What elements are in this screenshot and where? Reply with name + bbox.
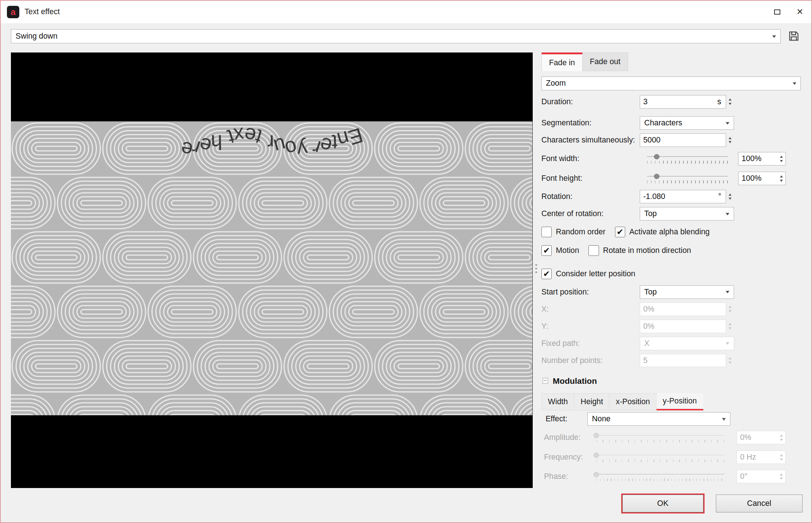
app-logo-glyph: a xyxy=(11,7,15,17)
font-height-spinner[interactable] xyxy=(778,172,785,185)
rotation-box[interactable]: -1.080 ° xyxy=(640,190,726,203)
center-of-rotation-combo[interactable]: Top xyxy=(640,207,734,220)
app-icon: a xyxy=(7,6,19,18)
rotation-input[interactable]: -1.080 ° xyxy=(640,190,734,203)
font-width-input[interactable]: 100% xyxy=(738,152,786,165)
rotation-value: -1.080 xyxy=(643,192,665,201)
spin-up-icon[interactable] xyxy=(780,175,783,177)
modulation-effect-value: None xyxy=(592,414,611,424)
effect-type-combo[interactable]: Zoom xyxy=(541,77,801,90)
font-width-label: Font width: xyxy=(541,152,579,165)
number-of-points-input: 5 xyxy=(640,354,734,367)
random-order-checkbox[interactable] xyxy=(541,227,552,237)
phase-box: 0° xyxy=(737,470,778,483)
tab-height[interactable]: Height xyxy=(574,393,610,410)
preview-pane: ereh txet ruoy retnE xyxy=(11,52,532,488)
font-width-box[interactable]: 100% xyxy=(738,152,778,165)
motion-label: Motion xyxy=(556,246,579,255)
slider-thumb[interactable] xyxy=(654,174,659,179)
preview-sample-text: ereh txet ruoy retnE xyxy=(11,130,532,154)
x-label: X: xyxy=(541,303,549,316)
spin-down-icon xyxy=(780,477,783,480)
chevron-down-icon xyxy=(722,418,726,421)
frequency-label: Frequency: xyxy=(544,450,583,464)
chevron-down-icon xyxy=(793,82,796,85)
modulation-collapse-icon[interactable] xyxy=(543,378,548,384)
font-height-value: 100% xyxy=(742,174,762,183)
slider-ticks xyxy=(596,460,724,462)
window-title: Text effect xyxy=(24,7,60,16)
phase-spinner xyxy=(778,470,785,483)
save-button[interactable] xyxy=(786,29,802,44)
duration-box[interactable]: 3 s xyxy=(640,95,726,109)
chars-simultaneously-box[interactable]: 5000 xyxy=(640,133,726,147)
close-button[interactable]: ✕ xyxy=(788,1,811,24)
slider-thumb xyxy=(594,472,599,477)
frequency-box: 0 Hz xyxy=(737,451,778,464)
close-icon: ✕ xyxy=(796,7,803,17)
duration-input[interactable]: 3 s xyxy=(640,95,734,109)
cancel-button[interactable]: Cancel xyxy=(716,495,803,512)
phase-slider xyxy=(596,471,724,481)
effect-type-value: Zoom xyxy=(546,79,566,88)
consider-letter-position-checkbox[interactable]: ✔ xyxy=(541,269,552,279)
font-height-box[interactable]: 100% xyxy=(738,172,778,185)
spin-up-icon xyxy=(729,323,732,325)
font-height-slider[interactable] xyxy=(647,173,728,184)
fixed-path-combo: X xyxy=(640,337,734,350)
chevron-down-icon xyxy=(772,35,776,38)
font-height-input[interactable]: 100% xyxy=(738,172,786,185)
spin-up-icon[interactable] xyxy=(729,137,732,139)
chars-simultaneously-input[interactable]: 5000 xyxy=(640,133,734,147)
frequency-spinner xyxy=(778,451,785,464)
preset-combo[interactable]: Swing down xyxy=(11,29,780,43)
maximize-button[interactable] xyxy=(766,1,789,24)
font-width-slider[interactable] xyxy=(647,154,728,164)
duration-spinner[interactable] xyxy=(726,95,734,109)
y-label: Y: xyxy=(541,320,548,333)
rotation-spinner[interactable] xyxy=(726,190,734,203)
x-spinner xyxy=(726,303,734,316)
segmentation-combo[interactable]: Characters xyxy=(640,116,734,130)
ok-button[interactable]: OK xyxy=(622,495,703,512)
spin-down-icon[interactable] xyxy=(780,160,783,162)
number-of-points-box: 5 xyxy=(640,354,726,367)
slider-ticks xyxy=(647,180,728,183)
fixed-path-value: X xyxy=(644,339,649,348)
floppy-icon xyxy=(788,30,800,42)
tab-width[interactable]: Width xyxy=(541,393,575,410)
alpha-blending-checkbox[interactable]: ✔ xyxy=(615,227,625,237)
segmentation-value: Characters xyxy=(644,118,682,128)
spin-down-icon xyxy=(780,439,783,441)
rotate-in-motion-direction-checkbox[interactable] xyxy=(588,245,599,255)
modulation-effect-combo[interactable]: None xyxy=(587,412,730,426)
number-of-points-label: Number of points: xyxy=(541,354,603,367)
spin-down-icon[interactable] xyxy=(729,103,732,105)
motion-checkbox[interactable]: ✔ xyxy=(541,245,552,255)
spin-down-icon[interactable] xyxy=(780,180,783,182)
consider-letter-position-label: Consider letter position xyxy=(556,269,635,278)
y-value: 0% xyxy=(643,322,655,331)
modulation-header: Modulation xyxy=(553,375,597,387)
spin-up-icon[interactable] xyxy=(729,194,732,196)
tab-y-position[interactable]: y-Position xyxy=(657,393,703,410)
start-position-combo[interactable]: Top xyxy=(640,285,734,299)
slider-thumb[interactable] xyxy=(654,154,659,159)
font-width-spinner[interactable] xyxy=(778,152,785,165)
tab-fade-out[interactable]: Fade out xyxy=(583,52,628,71)
tab-fade-in[interactable]: Fade in xyxy=(541,52,583,71)
titlebar: a Text effect ✕ xyxy=(1,1,811,24)
spin-up-icon[interactable] xyxy=(729,98,732,101)
duration-value: 3 xyxy=(643,97,648,106)
font-width-value: 100% xyxy=(742,154,762,163)
chevron-down-icon xyxy=(726,213,729,215)
rotation-unit: ° xyxy=(718,192,723,201)
y-input: 0% xyxy=(640,320,734,333)
spin-down-icon[interactable] xyxy=(729,141,732,143)
chars-simultaneously-spinner[interactable] xyxy=(726,133,734,147)
spin-down-icon[interactable] xyxy=(729,198,732,200)
tab-x-position[interactable]: x-Position xyxy=(610,393,657,410)
spin-up-icon xyxy=(780,454,783,456)
panel-splitter-handle[interactable] xyxy=(533,261,539,277)
spin-up-icon[interactable] xyxy=(780,156,783,158)
